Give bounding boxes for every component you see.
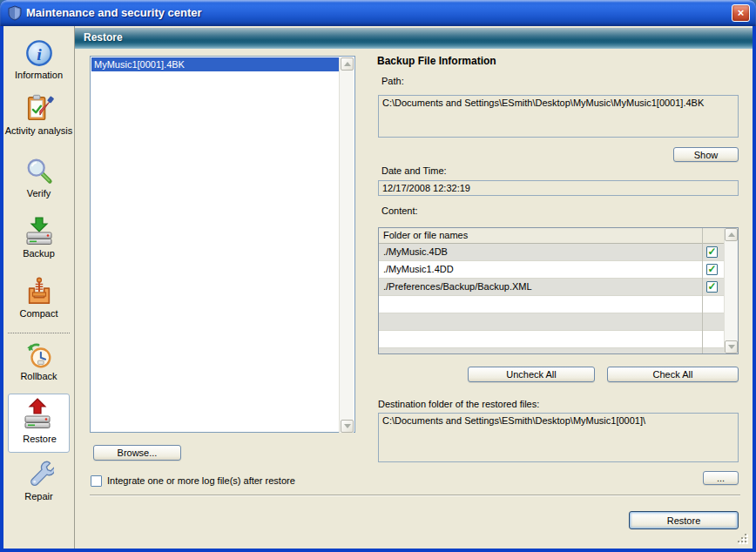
content-table-header: Folder or file names xyxy=(379,228,724,244)
svg-text:i: i xyxy=(37,44,42,64)
sidebar-label: Compact xyxy=(3,308,74,320)
show-button[interactable]: Show xyxy=(673,147,739,162)
row-name: ./MyMusic.4DB xyxy=(383,246,448,257)
destination-value-box: C:\Documents and Settings\ESmith\Desktop… xyxy=(378,413,739,462)
backup-file-list[interactable]: MyMusic1[0001].4BK xyxy=(90,56,355,433)
check-all-button[interactable]: Check All xyxy=(607,367,739,382)
title-bar: Maintenance and security center × xyxy=(0,0,756,26)
shield-icon xyxy=(7,5,23,24)
arrow-up-icon xyxy=(728,232,735,237)
list-scrollbar[interactable] xyxy=(339,57,354,433)
repair-icon xyxy=(24,480,54,490)
scroll-down-button[interactable] xyxy=(725,340,738,353)
table-scrollbar[interactable] xyxy=(724,228,738,353)
row-name: ./MyMusic1.4DD xyxy=(383,264,454,274)
uncheck-all-button[interactable]: Uncheck All xyxy=(468,367,595,382)
path-label: Path: xyxy=(381,76,404,86)
destination-label: Destination folder of the restored files… xyxy=(378,399,539,409)
sidebar-label: Restore xyxy=(3,434,76,445)
row-checkbox-checked[interactable]: ✓ xyxy=(706,264,718,275)
table-row-empty xyxy=(379,313,724,331)
sidebar-item-activity-analysis[interactable]: Activity analysis xyxy=(3,92,74,127)
sidebar: i Information Activity analysis xyxy=(3,26,75,549)
arrow-down-icon xyxy=(344,424,351,428)
compact-icon xyxy=(24,297,54,307)
row-checkbox-checked[interactable]: ✓ xyxy=(706,281,718,293)
browse-button[interactable]: Browse... xyxy=(93,445,181,461)
table-bottom-strip xyxy=(379,348,724,353)
restore-icon xyxy=(21,397,54,432)
sidebar-item-backup[interactable]: Backup xyxy=(3,213,74,248)
maintenance-security-window: Maintenance and security center × i Info… xyxy=(0,0,756,552)
sidebar-label: Rollback xyxy=(3,371,74,382)
datetime-value-box: 12/17/2008 12:32:19 xyxy=(378,180,739,196)
close-button[interactable]: × xyxy=(732,4,750,22)
information-icon: i xyxy=(24,59,54,70)
sidebar-item-rollback[interactable]: Rollback xyxy=(3,340,74,372)
sidebar-label: Backup xyxy=(3,248,74,259)
row-name: ./Preferences/Backup/Backup.XML xyxy=(383,281,532,292)
table-row[interactable]: ./MyMusic1.4DD ✓ xyxy=(379,261,724,279)
verify-icon xyxy=(24,177,54,187)
sidebar-label: Information xyxy=(3,70,74,81)
table-row[interactable]: ./MyMusic.4DB ✓ xyxy=(379,244,724,261)
table-row-empty xyxy=(379,331,724,348)
footer-divider xyxy=(90,495,740,495)
resize-grip[interactable] xyxy=(735,531,749,545)
arrow-up-icon xyxy=(344,62,351,66)
window-title: Maintenance and security center xyxy=(26,6,202,19)
scroll-up-button[interactable] xyxy=(725,228,738,241)
sidebar-item-compact[interactable]: Compact xyxy=(3,276,74,307)
integrate-log-label: Integrate one or more log file(s) after … xyxy=(107,475,295,486)
sidebar-item-repair[interactable]: Repair xyxy=(3,459,74,490)
sidebar-separator xyxy=(8,333,70,333)
sidebar-item-restore[interactable]: Restore xyxy=(8,394,70,453)
integrate-log-checkbox[interactable] xyxy=(91,475,102,487)
path-value-box: C:\Documents and Settings\ESmith\Desktop… xyxy=(378,95,739,138)
sidebar-label: Repair xyxy=(3,491,74,502)
content-label: Content: xyxy=(381,205,418,216)
table-row-empty xyxy=(379,296,724,313)
sidebar-item-verify[interactable]: Verify xyxy=(3,156,74,187)
table-row[interactable]: ./Preferences/Backup/Backup.XML ✓ xyxy=(379,279,724,296)
backup-file-item-selected[interactable]: MyMusic1[0001].4BK xyxy=(91,57,340,71)
table-column-divider xyxy=(702,228,703,353)
row-checkbox-checked[interactable]: ✓ xyxy=(706,246,718,258)
panel-title: Restore xyxy=(84,31,123,44)
restore-button[interactable]: Restore xyxy=(629,511,739,529)
scroll-up-button[interactable] xyxy=(341,57,354,71)
backup-file-information-title: Backup File Information xyxy=(377,55,496,67)
backup-icon xyxy=(23,238,56,248)
more-button[interactable]: ... xyxy=(703,471,739,485)
restore-icon-wrap: Restore xyxy=(3,397,65,432)
sidebar-label: Activity analysis xyxy=(3,125,74,137)
sidebar-label: Verify xyxy=(3,188,74,199)
datetime-label: Date and Time: xyxy=(381,165,447,176)
sidebar-item-information[interactable]: i Information xyxy=(3,38,74,70)
content-table: Folder or file names ./MyMusic.4DB ✓ ./M… xyxy=(378,227,739,354)
window-body: i Information Activity analysis xyxy=(3,26,753,549)
panel-header: Restore xyxy=(75,28,753,49)
scroll-down-button[interactable] xyxy=(341,420,354,433)
arrow-down-icon xyxy=(728,345,735,349)
